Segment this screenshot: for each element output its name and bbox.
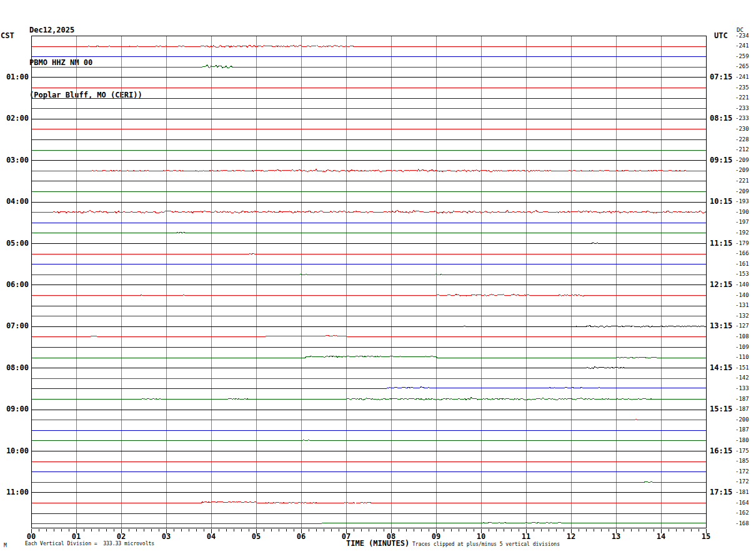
dc-value-row-00:00: -234 — [735, 33, 749, 39]
x-tick-label-06: 06 — [294, 532, 309, 541]
seismogram-plot — [31, 36, 707, 529]
dc-value-row-04:30: -197 — [735, 219, 749, 226]
x-tick-label-05: 05 — [249, 532, 264, 541]
dc-value-row-06:00: -140 — [735, 281, 749, 288]
left-hour-label-10:00: 10:00 — [0, 446, 29, 456]
dc-value-row-10:45: -172 — [735, 478, 749, 485]
dc-value-row-00:30: -259 — [735, 53, 749, 60]
trace-0800-black — [31, 366, 706, 368]
plot-frame — [32, 36, 707, 528]
heliplot-page: Dec12,2025 PBMO HHZ NM 00 (Poplar Bluff,… — [0, 0, 756, 554]
dc-value-row-01:00: -241 — [735, 74, 749, 81]
dc-value-row-03:15: -209 — [735, 167, 749, 174]
x-tick-label-11: 11 — [519, 532, 534, 541]
dc-value-row-07:45: -110 — [735, 354, 749, 361]
watermark-glyph: M — [4, 543, 7, 548]
x-tick-label-01: 01 — [69, 532, 84, 541]
dc-value-row-06:15: -140 — [735, 292, 749, 299]
trace-0700-black — [31, 326, 706, 328]
scale-note: Each Vertical Division = 333.33 microvol… — [25, 541, 154, 546]
dc-value-row-08:45: -187 — [735, 396, 749, 403]
trace-0830-blue — [31, 386, 706, 388]
dc-value-row-07:30: -109 — [735, 344, 749, 351]
x-tick-label-04: 04 — [204, 532, 219, 541]
x-tick-label-12: 12 — [564, 532, 579, 541]
x-tick-label-09: 09 — [429, 532, 444, 541]
dc-value-row-05:15: -166 — [735, 250, 749, 257]
trace-0445-green — [31, 232, 706, 233]
dc-value-row-11:15: -164 — [735, 500, 749, 506]
left-hour-label-04:00: 04:00 — [0, 197, 29, 206]
trace-0015-red — [31, 45, 706, 47]
dc-value-row-00:45: -265 — [735, 63, 749, 70]
dc-value-row-03:00: -209 — [735, 157, 749, 164]
left-hour-label-02:00: 02:00 — [0, 114, 29, 123]
trace-0615-red — [31, 295, 706, 296]
dc-value-row-03:30: -221 — [735, 178, 749, 184]
dc-value-row-02:45: -212 — [735, 146, 749, 153]
dc-value-row-09:30: -187 — [735, 426, 749, 433]
dc-value-row-02:15: -230 — [735, 126, 749, 133]
trace-0500-black — [31, 243, 706, 243]
dc-value-row-06:30: -131 — [735, 302, 749, 309]
dc-value-row-04:15: -190 — [735, 209, 749, 216]
x-tick-label-03: 03 — [159, 532, 174, 541]
trace-0945-green — [31, 440, 706, 441]
dc-value-row-09:00: -187 — [735, 406, 749, 413]
trace-1115-red — [31, 501, 706, 503]
dc-value-row-05:30: -161 — [735, 261, 749, 268]
x-tick-label-13: 13 — [609, 532, 624, 541]
x-tick-label-10: 10 — [474, 532, 489, 541]
dc-value-row-06:45: -132 — [735, 313, 749, 320]
dc-value-row-08:00: -151 — [735, 365, 749, 371]
left-hour-label-01:00: 01:00 — [0, 73, 29, 82]
x-tick-label-15: 15 — [699, 532, 714, 541]
left-hour-label-08:00: 08:00 — [0, 363, 29, 373]
dc-value-row-04:45: -192 — [735, 229, 749, 236]
dc-value-row-01:15: -235 — [735, 84, 749, 91]
left-hour-label-11:00: 11:00 — [0, 488, 29, 497]
left-hour-label-05:00: 05:00 — [0, 239, 29, 248]
trace-0915-red — [31, 420, 706, 420]
trace-0415-red — [31, 210, 706, 213]
left-hour-label-09:00: 09:00 — [0, 405, 29, 414]
clip-note: Traces clipped at plus/minus 5 vertical … — [412, 541, 560, 547]
dc-value-row-09:15: -200 — [735, 416, 749, 423]
dc-value-row-04:00: -193 — [735, 198, 749, 205]
dc-value-row-07:15: -108 — [735, 333, 749, 340]
dc-value-row-01:45: -233 — [735, 105, 749, 112]
dc-value-row-08:15: -142 — [735, 375, 749, 381]
dc-value-row-07:00: -127 — [735, 323, 749, 330]
x-axis-ticks — [31, 529, 707, 535]
plot-date: Dec12,2025 — [29, 26, 142, 34]
x-tick-label-02: 02 — [114, 532, 129, 541]
dc-value-row-00:15: -241 — [735, 43, 749, 49]
right-timezone-label: UTC — [714, 31, 728, 40]
x-tick-label-14: 14 — [654, 532, 669, 541]
dc-value-row-08:30: -133 — [735, 385, 749, 392]
left-hour-label-03:00: 03:00 — [0, 156, 29, 165]
trace-0315-red — [31, 169, 706, 172]
trace-1045-green — [31, 482, 706, 483]
x-tick-label-00: 00 — [24, 532, 39, 541]
dc-value-row-02:30: -228 — [735, 136, 749, 143]
dc-value-row-11:30: -162 — [735, 510, 749, 516]
dc-value-row-10:30: -172 — [735, 468, 749, 475]
dc-value-row-11:00: -181 — [735, 489, 749, 496]
left-timezone-label: CST — [1, 31, 14, 40]
x-axis-title: TIME (MINUTES) — [346, 539, 409, 548]
dc-value-row-05:00: -179 — [735, 240, 749, 247]
left-hour-label-06:00: 06:00 — [0, 280, 29, 290]
trace-0515-red — [31, 254, 706, 254]
dc-value-row-09:45: -180 — [735, 437, 749, 444]
trace-0845-green — [31, 398, 706, 400]
trace-0545-green — [31, 274, 706, 275]
left-hour-label-07:00: 07:00 — [0, 321, 29, 331]
dc-value-row-02:00: -233 — [735, 115, 749, 122]
dc-value-row-05:45: -153 — [735, 271, 749, 278]
trace-0045-green — [31, 65, 706, 68]
dc-value-row-10:15: -185 — [735, 458, 749, 465]
trace-1145-green — [31, 522, 706, 524]
dc-value-row-11:45: -168 — [735, 520, 749, 527]
trace-0745-green — [31, 356, 706, 358]
